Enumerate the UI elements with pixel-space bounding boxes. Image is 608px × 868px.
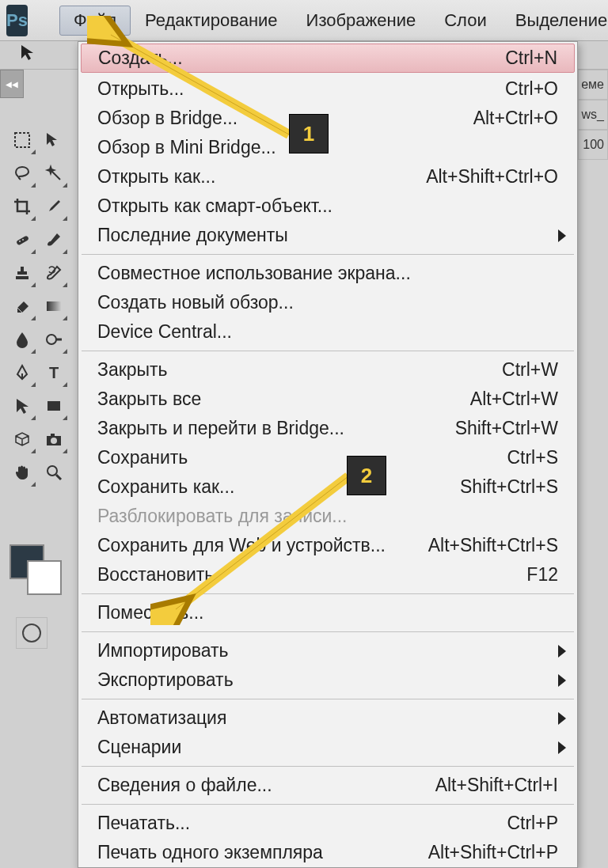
document-tab-fragment: ws_	[578, 100, 608, 130]
path-select-tool[interactable]	[6, 389, 38, 423]
menu-separator	[82, 254, 574, 255]
stamp-tool[interactable]	[6, 256, 38, 290]
dodge-tool[interactable]	[38, 323, 70, 356]
menu-item-label: Совместное использование экрана...	[97, 263, 411, 284]
menu-item-label: Поместить...	[97, 602, 204, 624]
menu-item[interactable]: Открыть как смарт-объект...	[78, 191, 577, 221]
menubar-item-file[interactable]: Файл	[59, 6, 131, 36]
menu-item-label: Экспортировать	[97, 669, 234, 691]
menu-item-label: Device Central...	[97, 321, 232, 343]
zoom-tool[interactable]	[38, 456, 70, 489]
pen-tool[interactable]	[6, 356, 38, 389]
move-tool-icon[interactable]	[8, 40, 51, 70]
menu-separator	[82, 593, 574, 594]
menu-separator	[82, 631, 574, 632]
menu-item-shortcut: Shift+Ctrl+S	[460, 476, 558, 498]
history-brush-tool[interactable]	[38, 256, 70, 290]
menu-item-shortcut: Ctrl+O	[505, 78, 558, 100]
eraser-tool[interactable]	[6, 290, 38, 323]
menu-separator	[82, 766, 574, 767]
zoom-fragment: 100	[578, 130, 608, 160]
app-logo: Ps	[6, 5, 28, 36]
svg-point-5	[47, 335, 56, 344]
camera-tool[interactable]	[38, 423, 70, 456]
hand-tool[interactable]	[6, 456, 38, 489]
menu-item-label: Открыть как...	[97, 166, 215, 188]
menu-item[interactable]: СохранитьCtrl+S	[78, 443, 577, 472]
annotation-callout-1: 1	[289, 114, 329, 154]
menu-item-shortcut: Alt+Ctrl+W	[470, 389, 558, 410]
shape-tool[interactable]	[38, 389, 70, 423]
menu-item-shortcut: Alt+Shift+Ctrl+I	[435, 775, 558, 796]
healing-tool[interactable]	[6, 223, 38, 256]
menubar-item-edit[interactable]: Редактирование	[131, 6, 292, 36]
menu-item[interactable]: Сведения о файле...Alt+Shift+Ctrl+I	[78, 771, 577, 800]
menu-item[interactable]: Последние документы	[78, 221, 577, 250]
annotation-callout-2: 2	[347, 456, 386, 495]
menu-item[interactable]: ЗакрытьCtrl+W	[78, 355, 577, 385]
menu-item[interactable]: Импортировать	[78, 636, 577, 665]
menu-item-shortcut: Alt+Shift+Ctrl+O	[426, 166, 558, 188]
menu-item[interactable]: Автоматизация	[78, 703, 577, 733]
svg-point-11	[48, 466, 57, 476]
menu-item-label: Закрыть	[97, 359, 168, 381]
menu-item[interactable]: Сценарии	[78, 733, 577, 762]
right-panel-fragment: еме ws_ 100	[578, 70, 608, 160]
menu-item[interactable]: Device Central...	[78, 317, 577, 347]
file-menu-dropdown: Создать...Ctrl+NОткрыть...Ctrl+OОбзор в …	[78, 41, 578, 868]
menu-item-label: Сценарии	[97, 737, 181, 758]
menu-item[interactable]: Совместное использование экрана...	[78, 259, 577, 288]
menu-item[interactable]: Создать...Ctrl+N	[81, 44, 575, 73]
menu-item-label: Создать...	[98, 47, 183, 69]
quick-mask-toggle[interactable]	[16, 617, 48, 649]
svg-rect-7	[48, 401, 60, 411]
3d-tool[interactable]	[6, 423, 38, 456]
menu-item-label: Сохранить для Web и устройств...	[97, 535, 386, 556]
menu-item[interactable]: Сохранить как...Shift+Ctrl+S	[78, 472, 577, 502]
eyedropper-tool[interactable]	[38, 190, 70, 223]
background-color-swatch[interactable]	[27, 560, 62, 595]
svg-rect-4	[47, 301, 61, 311]
crop-tool[interactable]	[6, 190, 38, 223]
menu-item-label: Обзор в Bridge...	[97, 108, 238, 129]
menu-item[interactable]: Сохранить для Web и устройств...Alt+Shif…	[78, 531, 577, 560]
menu-item-label: Разблокировать для записи...	[97, 506, 348, 527]
menu-item-label: Автоматизация	[97, 707, 226, 729]
menu-item[interactable]: Печатать...Ctrl+P	[78, 809, 577, 838]
brush-tool[interactable]	[38, 223, 70, 256]
lasso-tool[interactable]	[6, 157, 38, 190]
menubar-item-image[interactable]: Изображение	[292, 6, 431, 36]
marquee-tool[interactable]	[6, 123, 38, 157]
menu-item[interactable]: ВосстановитьF12	[78, 560, 577, 589]
menu-item[interactable]: Открыть...Ctrl+O	[78, 74, 577, 104]
menu-item[interactable]: Поместить...	[78, 598, 577, 627]
menu-item-shortcut: Alt+Ctrl+O	[473, 108, 558, 129]
panel-collapse-icon[interactable]: ◀◀	[0, 70, 24, 98]
menu-item-label: Сохранить	[97, 447, 188, 468]
menu-item: Разблокировать для записи...	[78, 502, 577, 531]
menu-item[interactable]: Печать одного экземпляраAlt+Shift+Ctrl+P	[78, 838, 577, 867]
menu-item-shortcut: Shift+Ctrl+W	[455, 418, 558, 439]
move-tool[interactable]	[38, 123, 70, 157]
gradient-tool[interactable]	[38, 290, 70, 323]
menu-item[interactable]: Экспортировать	[78, 665, 577, 695]
submenu-arrow-icon	[558, 229, 566, 242]
menu-item-label: Печатать...	[97, 813, 190, 834]
menu-item[interactable]: Создать новый обзор...	[78, 288, 577, 317]
svg-point-9	[51, 438, 57, 444]
menu-item[interactable]: Закрыть всеAlt+Ctrl+W	[78, 385, 577, 414]
menu-item-label: Сохранить как...	[97, 476, 234, 498]
menu-item[interactable]: Закрыть и перейти в Bridge...Shift+Ctrl+…	[78, 414, 577, 443]
svg-rect-1	[16, 235, 29, 245]
blur-tool[interactable]	[6, 323, 38, 356]
menu-item-label: Обзор в Mini Bridge...	[97, 137, 276, 158]
toolbox: T	[6, 123, 70, 489]
menu-item-shortcut: F12	[526, 564, 558, 586]
type-tool[interactable]: T	[38, 356, 70, 389]
wand-tool[interactable]	[38, 157, 70, 190]
menubar-item-layers[interactable]: Слои	[430, 6, 501, 36]
menubar-item-selection[interactable]: Выделение	[501, 6, 608, 36]
menu-item[interactable]: Открыть как...Alt+Shift+Ctrl+O	[78, 162, 577, 191]
main-menubar: Ps Файл Редактирование Изображение Слои …	[0, 0, 608, 41]
menu-item-label: Открыть как смарт-объект...	[97, 195, 332, 217]
